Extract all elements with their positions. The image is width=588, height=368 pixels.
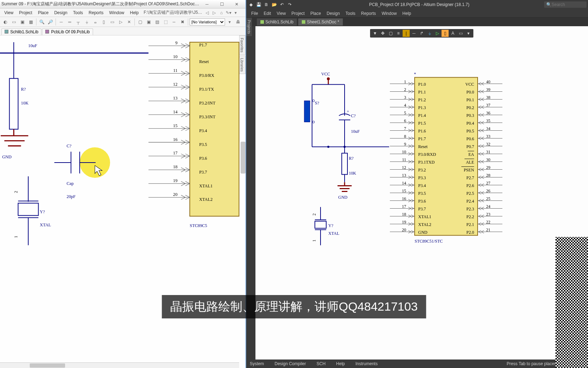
maximize-button[interactable]: ☐ <box>214 0 229 8</box>
print-icon[interactable]: 🖶 <box>234 18 242 26</box>
more-icon[interactable]: ▾ <box>465 30 472 37</box>
wire-icon[interactable]: ─ <box>57 18 65 26</box>
svg-text:10: 10 <box>402 149 406 154</box>
menu-window[interactable]: Window <box>379 10 400 17</box>
net-icon[interactable]: ┬ <box>74 18 82 26</box>
part-icon[interactable]: ▯ <box>100 18 108 26</box>
svg-text:3: 3 <box>404 95 406 100</box>
minimize-button[interactable]: ─ <box>200 0 214 8</box>
sel-icon[interactable]: ▢ <box>387 30 394 37</box>
svg-rect-1 <box>45 30 49 33</box>
menu-help[interactable]: Help <box>399 10 414 17</box>
net-icon[interactable]: ↱ <box>418 30 425 37</box>
menu-view[interactable]: View <box>1 10 16 16</box>
status-compiler[interactable]: Design Compiler <box>275 361 306 366</box>
zoom2-icon[interactable]: 🔎 <box>46 18 54 26</box>
menu-view[interactable]: View <box>274 10 289 17</box>
svg-text:R?: R? <box>21 87 26 92</box>
svg-text:R?: R? <box>349 156 353 161</box>
menu-reports[interactable]: Reports <box>86 10 106 16</box>
port-icon[interactable]: ▷ <box>434 30 441 37</box>
save-icon[interactable]: 💾 <box>255 1 262 8</box>
menu-edit[interactable]: Edit <box>261 10 274 17</box>
menu-project[interactable]: Project <box>289 10 307 17</box>
hscroll-thumb[interactable] <box>30 363 65 368</box>
wire-icon[interactable]: ─ <box>410 30 417 37</box>
nav-home-icon[interactable]: ⌂ <box>218 10 225 16</box>
svg-text:P0.1: P0.1 <box>466 97 474 102</box>
menu-place[interactable]: Place <box>35 10 51 16</box>
tool-btn-2[interactable]: ▭ <box>10 18 18 26</box>
part-icon[interactable]: ▯ <box>442 30 449 37</box>
menu-window[interactable]: Window <box>106 10 127 16</box>
gnd-icon[interactable]: ⏚ <box>83 18 91 26</box>
svg-text:STC89C51/STC: STC89C51/STC <box>415 239 443 244</box>
svg-text:26: 26 <box>486 188 490 193</box>
rect2-icon[interactable]: ▣ <box>145 18 152 26</box>
menu-design[interactable]: Design <box>51 10 70 16</box>
move-icon[interactable]: ✥ <box>379 30 386 37</box>
close-button[interactable]: ✕ <box>229 0 244 8</box>
rect-icon[interactable]: ▭ <box>457 30 464 37</box>
menu-path[interactable]: F:\淘宝店铺产品\培训教学\J5Altiu ▾ <box>144 10 204 16</box>
status-sch[interactable]: SCH <box>317 361 325 366</box>
status-help[interactable]: Help <box>336 361 345 366</box>
variations-select[interactable]: [No Variations] <box>190 18 225 26</box>
align2-icon[interactable]: | <box>403 30 410 37</box>
brush-icon[interactable]: ✎▾ <box>225 10 232 16</box>
svg-text:19: 19 <box>173 178 177 183</box>
tool-btn-3[interactable]: ▣ <box>18 18 26 26</box>
gnd-icon[interactable]: ⏚ <box>426 30 433 37</box>
menu-tools[interactable]: Tools <box>343 10 358 17</box>
menu-reports[interactable]: Reports <box>358 10 379 17</box>
move-icon[interactable]: ↔ <box>170 18 178 26</box>
undo-icon[interactable]: ↶ <box>279 1 285 8</box>
saveall-icon[interactable]: 🗎 <box>263 1 270 8</box>
left-hscroll[interactable] <box>0 362 239 368</box>
svg-text:P1.4: P1.4 <box>418 113 426 118</box>
filter-icon[interactable]: ▼ <box>371 30 379 37</box>
menu-help[interactable]: Help <box>127 10 142 16</box>
menu-tools[interactable]: Tools <box>70 10 86 16</box>
svg-rect-89 <box>342 153 347 175</box>
redo-icon[interactable]: ↷ <box>287 1 293 8</box>
left-titlebar: Summer 09 - F:\淘宝店铺产品\培训教学\J5AltiumDesig… <box>0 0 246 9</box>
search-box[interactable]: 🔍 <box>544 1 587 8</box>
port-icon[interactable]: ▷ <box>117 18 125 26</box>
open-icon[interactable]: 📂 <box>271 1 277 8</box>
menu-design[interactable]: Design <box>324 10 342 17</box>
menu-file[interactable]: File <box>248 10 261 17</box>
svg-text:2: 2 <box>404 87 406 92</box>
vcc-icon[interactable]: ⏛ <box>91 18 99 26</box>
bus-icon[interactable]: ═ <box>66 18 74 26</box>
text-icon[interactable]: A <box>449 30 456 37</box>
svg-text:Y?: Y? <box>40 209 45 214</box>
tool-btn-1[interactable]: ◐ <box>1 18 9 26</box>
sel-icon[interactable]: ⬚ <box>162 18 169 26</box>
svg-text:*: * <box>414 72 416 77</box>
menu-place[interactable]: Place <box>307 10 324 17</box>
svg-text:XTAL: XTAL <box>328 231 339 236</box>
tab-schlib[interactable]: Schlib1.SchLib <box>257 18 297 26</box>
zoom-icon[interactable]: 🔍 <box>38 18 46 26</box>
align-icon[interactable]: ≡ <box>395 30 402 37</box>
status-instr[interactable]: Instruments <box>356 361 378 366</box>
cross-icon[interactable]: ✕ <box>125 18 133 26</box>
svg-text:33: 33 <box>486 134 490 139</box>
tab-schlib[interactable]: Schlib1.SchLib <box>1 28 41 35</box>
nav-fwd-icon[interactable]: ▷ <box>211 10 218 16</box>
tool-icon[interactable]: ▾ <box>232 10 239 16</box>
tab-pcblib[interactable]: PcbLib Of 09.PcbLib <box>42 28 93 35</box>
menu-project[interactable]: Project <box>16 10 35 16</box>
nav-back-icon[interactable]: ◁ <box>204 10 211 16</box>
sheet-icon[interactable]: ▭ <box>108 18 116 26</box>
tool-btn-4[interactable]: ▦ <box>27 18 35 26</box>
rect-icon[interactable]: ▢ <box>136 18 144 26</box>
search-input[interactable] <box>552 2 580 7</box>
tab-sheet1[interactable]: Sheet1.SchDoc * <box>298 18 342 26</box>
rect3-icon[interactable]: ▤ <box>153 18 161 26</box>
var-icon[interactable]: ▾ <box>226 18 234 26</box>
status-system[interactable]: System <box>250 361 264 366</box>
svg-text:10K: 10K <box>21 101 28 106</box>
cross2-icon[interactable]: ✖ <box>179 18 186 26</box>
